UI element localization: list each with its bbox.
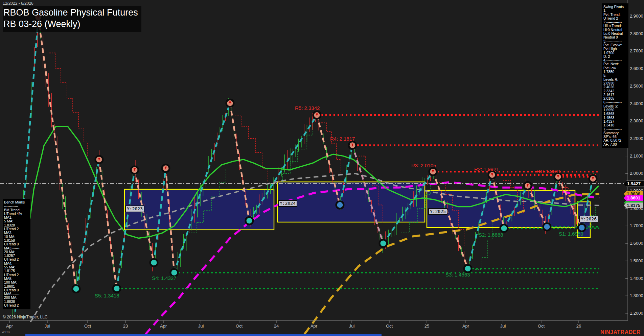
time-axis-label[interactable]: 24 [266,323,286,329]
pivot-mid-marker[interactable] [578,224,585,232]
chart-title: RBOB Gasoline Physical Futures RB 03-26 … [3,6,141,32]
price-marker-last[interactable]: 1.9427 [624,181,644,187]
swing-up-segment [76,160,99,289]
price-axis-label[interactable]: 1.5000 [630,258,643,263]
year-box-label[interactable]: Y:2025 [428,208,447,215]
price-axis-label[interactable]: 1.4000 [630,276,643,281]
copyright-label: © 2026 NinjaTrader, LLC [3,315,47,319]
price-axis-label[interactable]: 2.7000 [630,48,643,53]
swing-down-segment [38,18,76,289]
price-axis-label[interactable]: 1.3000 [630,293,643,298]
resistance-label-r2: R2: 1.9921 [474,166,499,172]
pivot-low-marker[interactable] [113,285,120,292]
year-box-label[interactable]: Y:2023 [125,206,144,212]
time-axis-label[interactable]: 26 [569,323,589,329]
price-axis-label[interactable]: 2.8000 [630,31,643,36]
pivot-low-marker[interactable] [464,265,472,272]
bench-marks-panel: Bench Marks------------BM Trend:UTrend 4… [3,199,30,309]
panel-line: 5.------------- [603,74,627,77]
resistance-label-r3: R3: 2.0105 [411,163,436,168]
time-axis-label[interactable]: 25 [417,323,437,329]
panel-line: 100 MA: [4,281,29,284]
price-chart-canvas[interactable] [0,0,644,336]
chart-title-line1: RBOB Gasoline Physical Futures [3,7,138,18]
year-box-label[interactable]: Y:2026 [579,216,598,222]
panel-line: 1.3418 [603,123,627,127]
trailing-stop-steps [49,53,87,156]
price-axis-label[interactable]: 1.6000 [630,241,643,246]
resistance-label-r4: R4: 2.1617 [330,136,355,142]
panel-line: 1.------------- [603,9,627,13]
chart-window: 12/2022 - 6/2026 RBOB Gasoline Physical … [0,0,644,336]
price-axis-label[interactable]: 2.2000 [630,136,643,141]
support-label-s3: S3: 1.4563 [445,272,470,278]
price-axis-label[interactable]: 2.1000 [630,153,643,159]
pivot-low-marker[interactable] [150,259,158,266]
time-axis-label[interactable]: Jul [37,323,58,329]
time-axis-label[interactable]: Apr [304,323,324,329]
price-axis-label[interactable]: 2.0000 [630,171,643,176]
year-box-label[interactable]: Y:2024 [278,200,297,207]
time-axis-label[interactable]: Oct [229,323,249,329]
pivot-mid-marker[interactable] [543,223,551,231]
trailing-stop-steps [235,116,268,182]
time-axis-label[interactable]: Jul [493,323,513,329]
price-marker-ma55[interactable]: 1.8175 [624,202,643,208]
pivot-low-marker[interactable] [380,240,387,247]
panel-line: Pvt High [603,47,627,51]
swing-pivots-panel: Swing Pivots1.-------------Pvt. Trend:UT… [602,3,628,148]
time-axis-label[interactable]: Oct [379,323,399,329]
panel-line: AF: 7.00 [603,143,627,146]
price-axis-label[interactable]: 2.3000 [630,118,643,123]
support-label-s2: S2: 1.6868 [479,232,503,238]
price-axis-label[interactable]: 1.7000 [630,223,643,228]
time-axis-label[interactable]: Jul [191,323,211,329]
time-axis-label[interactable]: Apr [456,323,476,329]
panel-line: UTrend 2 [4,304,29,307]
price-axis-label[interactable]: 2.5000 [630,83,643,89]
instrument-tag: W RB [2,330,10,334]
panel-line: 1.8175 [4,269,29,273]
ninjatrader-logo: NINJATRADER [600,329,641,335]
price-axis-label[interactable]: 2.6000 [630,66,643,71]
date-range-label: 12/2022 - 6/2026 [3,1,33,6]
time-axis-label[interactable]: Oct [77,323,98,329]
panel-line: UTrend 0 [4,242,29,246]
panel-line: 2.4026 [603,85,627,89]
price-axis-label[interactable]: 1.2000 [630,311,643,316]
trailing-stop-steps [321,123,341,173]
panel-line: Neutral 0 [603,35,627,39]
time-axis-label[interactable]: 23 [115,323,136,329]
support-label-s1: S1: 1.6950 [559,231,583,237]
price-marker-ma100[interactable]: 1.8601 [624,195,643,201]
chart-title-line2: RB 03-26 (Weekly) [3,18,138,30]
price-axis-label[interactable]: 2.9000 [630,14,643,19]
resistance-label-r5: R5: 2.3342 [295,105,320,111]
resistance-label-r1: R1: 1.9811 [536,168,561,174]
pivot-mid-marker[interactable] [336,201,344,209]
time-axis-label[interactable]: Jul [342,323,362,329]
price-axis-label[interactable]: 2.4000 [630,101,643,106]
time-axis-label[interactable]: Oct [531,323,551,329]
panel-line: MA2.------ [4,231,29,235]
support-label-s5: S5: 1.3418 [95,293,119,298]
time-axis-label[interactable]: Apr [0,323,20,329]
pivot-low-marker[interactable] [500,224,508,232]
swing-down-segment [99,160,117,289]
support-label-s4: S4: 1.4327 [152,275,177,281]
bottom-blue-bar [25,334,382,336]
panel-line: 1.6868 [603,112,627,116]
panel-line: AR: 0.5072 [603,139,627,142]
pivot-low-marker[interactable] [246,217,253,224]
time-axis-label[interactable]: Apr [153,323,174,329]
panel-line: ------------ [4,204,29,208]
pivot-low-marker[interactable] [72,285,80,293]
